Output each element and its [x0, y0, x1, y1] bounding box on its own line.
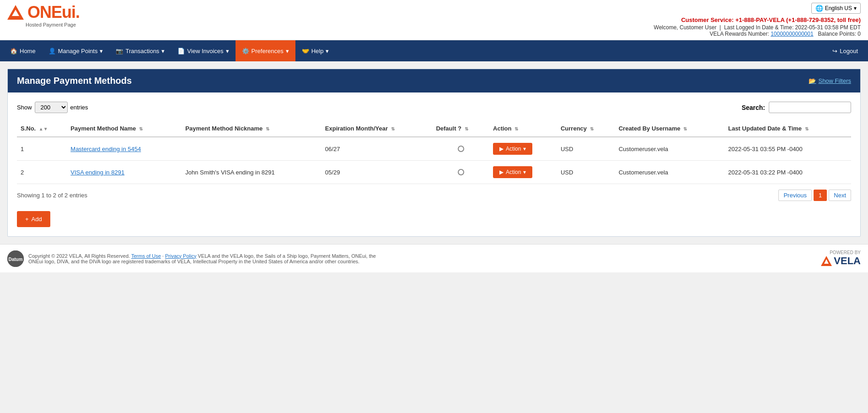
add-label: Add: [32, 216, 42, 223]
nav-manage-points[interactable]: 👤 Manage Points ▾: [42, 40, 110, 61]
logout-button[interactable]: ↪ Logout: [826, 40, 864, 61]
action-button[interactable]: ▶ Action ▾: [493, 143, 532, 155]
search-input[interactable]: [769, 102, 851, 113]
logo-one: ONE: [27, 3, 62, 22]
cell-action: ▶ Action ▾: [489, 137, 557, 161]
nav-manage-points-label: Manage Points: [58, 48, 98, 54]
chevron-down-icon: ▾: [286, 48, 289, 54]
table-row: 1 Mastercard ending in 5454 06/27 ▶ Acti…: [17, 137, 851, 161]
cell-last-updated: 2022-05-31 03:22 PM -0400: [724, 161, 851, 184]
page-footer: Datum Copyright © 2022 VELA, All Rights …: [0, 244, 868, 272]
sort-icon: ⇅: [266, 126, 269, 131]
table-footer: Showing 1 to 2 of 2 entries Previous 1 N…: [17, 184, 851, 204]
terms-of-use-link[interactable]: Terms of Use: [131, 253, 161, 259]
logo-area: ONEui. Hosted Payment Page: [7, 3, 80, 27]
footer-left: Datum Copyright © 2022 VELA, All Rights …: [7, 250, 385, 267]
cell-expiration: 05/29: [321, 161, 433, 184]
chevron-down-icon: ▾: [100, 48, 103, 54]
payment-method-link[interactable]: Mastercard ending in 5454: [70, 146, 141, 152]
preferences-icon: ⚙️: [242, 48, 249, 54]
col-action: Action ⇅: [489, 120, 557, 137]
cell-default: [432, 137, 489, 161]
entries-select[interactable]: 200 10 25 50 100: [35, 102, 68, 113]
logout-icon: ↪: [832, 48, 837, 54]
cell-expiration: 06/27: [321, 137, 433, 161]
show-filters-label: Show Filters: [818, 77, 851, 84]
cell-default: [432, 161, 489, 184]
col-currency: Currency ⇅: [557, 120, 615, 137]
logo-text: ONEui.: [27, 3, 80, 22]
table-body: 1 Mastercard ending in 5454 06/27 ▶ Acti…: [17, 137, 851, 184]
nav-transactions[interactable]: 📷 Transactions ▾: [109, 40, 171, 61]
sort-icon: ▲▼: [39, 126, 48, 131]
nav-help-label: Help: [311, 48, 324, 54]
sort-icon: ⇅: [139, 126, 143, 131]
chevron-down-icon: ▾: [523, 169, 526, 175]
sort-icon: ⇅: [683, 126, 687, 131]
table-row: 2 VISA ending in 8291 John Smith's VISA …: [17, 161, 851, 184]
sort-icon: ⇅: [514, 126, 518, 131]
cell-name: VISA ending in 8291: [67, 161, 182, 184]
language-label: English US: [825, 5, 852, 11]
nav-logout-label: Logout: [840, 48, 858, 54]
svg-text:Datum: Datum: [8, 257, 22, 262]
payment-methods-table: S.No. ▲▼ Payment Method Name ⇅ Payment M…: [17, 120, 851, 184]
nav-home[interactable]: 🏠 Home: [4, 40, 42, 61]
nav-transactions-label: Transactions: [125, 48, 159, 54]
sort-icon: ⇅: [391, 126, 395, 131]
privacy-policy-link[interactable]: Privacy Policy: [165, 253, 196, 259]
show-entries: Show 200 10 25 50 100 entries: [17, 102, 88, 113]
rewards-line: VELA Rewards Number: 10000000000001 Bala…: [654, 31, 861, 37]
top-bar: ONEui. Hosted Payment Page 🌐 English US …: [0, 0, 868, 40]
col-created-by: Created By Username ⇅: [615, 120, 725, 137]
nav-help[interactable]: 🤝 Help ▾: [295, 40, 336, 61]
cell-last-updated: 2022-05-31 03:55 PM -0400: [724, 137, 851, 161]
language-selector[interactable]: 🌐 English US ▾: [811, 3, 861, 14]
default-radio[interactable]: [458, 169, 464, 175]
col-default: Default ? ⇅: [432, 120, 489, 137]
last-logged: Last Logged In Date & Time: 2022-05-31 0…: [724, 24, 861, 31]
showing-text: Showing 1 to 2 of 2 entries: [17, 192, 87, 199]
cell-nickname: John Smith's VISA ending in 8291: [182, 161, 321, 184]
nav-home-label: Home: [20, 48, 36, 54]
show-label: Show: [17, 104, 32, 111]
add-button[interactable]: + Add: [17, 211, 50, 227]
globe-icon: 🌐: [815, 5, 823, 12]
sort-icon: ⇅: [805, 126, 809, 131]
show-filters-button[interactable]: 📂 Show Filters: [809, 77, 851, 84]
action-button[interactable]: ▶ Action ▾: [493, 166, 532, 178]
page-1-button[interactable]: 1: [814, 190, 827, 201]
nav-view-invoices-label: View Invoices: [187, 48, 223, 54]
manage-points-icon: 👤: [48, 48, 56, 54]
default-radio[interactable]: [458, 146, 464, 152]
footer-text: Copyright © 2022 VELA, All Rights Reserv…: [28, 253, 385, 264]
top-right: 🌐 English US ▾ Customer Service: +1-888-…: [654, 3, 861, 37]
nav-view-invoices[interactable]: 📄 View Invoices ▾: [171, 40, 235, 61]
entries-label: entries: [70, 104, 88, 111]
main-content: Manage Payment Methods 📂 Show Filters Sh…: [7, 69, 861, 237]
vela-triangle-icon: [821, 256, 832, 266]
nav-bar: 🏠 Home 👤 Manage Points ▾ 📷 Transactions …: [0, 40, 868, 61]
section-title: Manage Payment Methods: [17, 76, 132, 86]
pagination: Previous 1 Next: [778, 190, 851, 201]
table-area: Show 200 10 25 50 100 entries Search: S.…: [8, 92, 860, 236]
cell-created-by: Customeruser.vela: [615, 137, 725, 161]
payment-method-link[interactable]: VISA ending in 8291: [70, 169, 124, 176]
cell-currency: USD: [557, 161, 615, 184]
chevron-down-icon: ▾: [161, 48, 165, 54]
logo-main: ONEui.: [7, 3, 80, 22]
play-icon: ▶: [499, 169, 504, 175]
sort-icon: ⇅: [590, 126, 594, 131]
cell-sno: 1: [17, 137, 67, 161]
next-button[interactable]: Next: [829, 190, 851, 201]
section-header: Manage Payment Methods 📂 Show Filters: [8, 69, 860, 92]
search-label: Search:: [742, 104, 765, 111]
previous-button[interactable]: Previous: [778, 190, 812, 201]
nav-preferences[interactable]: ⚙️ Preferences ▾: [236, 40, 295, 61]
cell-created-by: Customeruser.vela: [615, 161, 725, 184]
transactions-icon: 📷: [116, 48, 123, 54]
chevron-down-icon: ▾: [326, 48, 329, 54]
vela-name: VELA: [834, 255, 861, 267]
rewards-number[interactable]: 10000000000001: [771, 31, 813, 37]
sort-icon: ⇅: [465, 126, 468, 131]
